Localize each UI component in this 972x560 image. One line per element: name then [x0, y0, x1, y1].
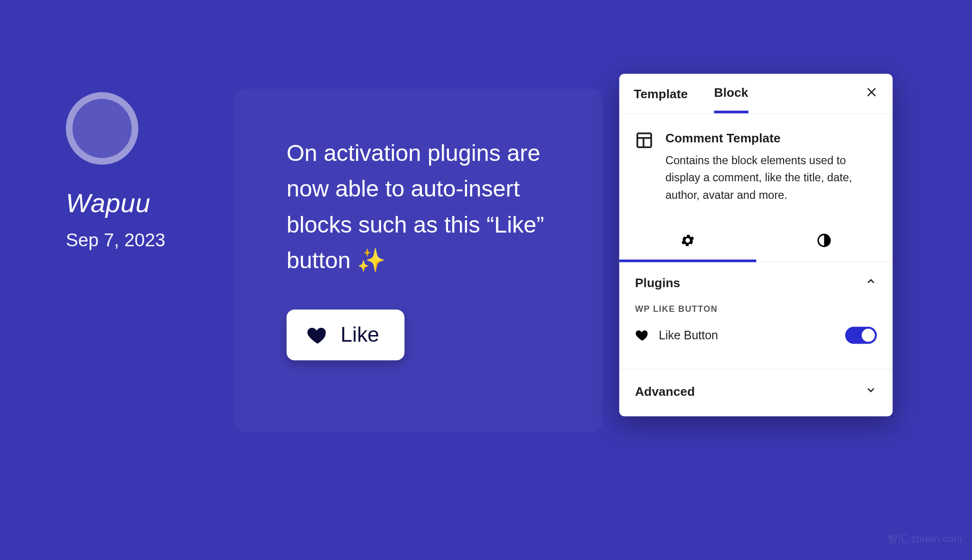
like-button-toggle[interactable] [845, 327, 877, 344]
heart-icon [635, 328, 650, 343]
like-button-label: Like [341, 323, 379, 347]
canvas: Wapuu Sep 7, 2023 On activation plugins … [0, 0, 972, 550]
block-inspector-panel: Template Block Comment Template Contains… [619, 74, 893, 416]
comment-content-card: On activation plugins are now able to au… [234, 89, 603, 431]
advanced-section-label: Advanced [635, 384, 695, 399]
settings-tab[interactable] [619, 224, 756, 262]
avatar [66, 92, 139, 165]
chevron-up-icon [865, 275, 877, 290]
like-button[interactable]: Like [287, 309, 404, 360]
author-name: Wapuu [66, 188, 217, 218]
watermark: 智汇 zhuon.com [888, 533, 963, 545]
block-description: Contains the block elements used to disp… [665, 152, 877, 205]
comment-text: On activation plugins are now able to au… [287, 135, 550, 278]
inspector-subtabs [619, 224, 893, 262]
advanced-section-toggle[interactable]: Advanced [619, 370, 893, 417]
styles-tab[interactable] [756, 224, 893, 260]
tab-template[interactable]: Template [634, 75, 688, 112]
inspector-tabs: Template Block [619, 74, 893, 114]
plugins-section-toggle[interactable]: Plugins [619, 262, 893, 303]
like-button-plugin-row: Like Button [619, 321, 893, 362]
comment-author: Wapuu Sep 7, 2023 [66, 92, 217, 251]
contrast-icon [816, 233, 832, 251]
block-header: Comment Template Contains the block elem… [619, 114, 893, 211]
like-button-plugin-label: Like Button [659, 328, 718, 342]
layout-icon [635, 131, 654, 204]
chevron-down-icon [865, 384, 877, 399]
block-title: Comment Template [665, 131, 877, 146]
close-icon[interactable] [865, 85, 878, 103]
heart-icon [306, 324, 328, 346]
author-date: Sep 7, 2023 [66, 230, 217, 251]
gear-icon [680, 233, 695, 251]
tab-block[interactable]: Block [714, 74, 748, 113]
plugins-section-label: Plugins [635, 276, 680, 290]
plugin-group-heading: WP LIKE BUTTON [619, 304, 893, 321]
